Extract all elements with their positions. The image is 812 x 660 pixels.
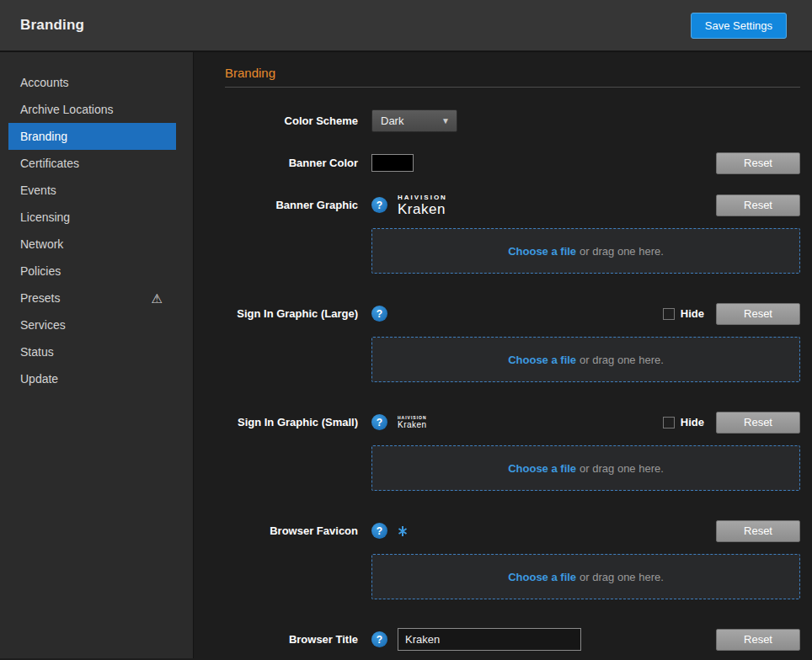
sidebar-item-status[interactable]: Status [8,338,176,365]
favicon-icon [398,525,408,537]
help-icon[interactable]: ? [371,523,387,539]
section-divider [225,87,800,88]
sign-in-large-row: Sign In Graphic (Large) ? Hide Reset Cho… [225,302,800,411]
sign-in-small-hide[interactable]: Hide [663,416,704,428]
banner-graphic-reset-button[interactable]: Reset [716,194,800,216]
choose-file-link[interactable]: Choose a file [508,571,576,583]
banner-graphic-preview: HAIVISION Kraken [398,194,447,216]
help-icon[interactable]: ? [371,197,387,213]
choose-file-link[interactable]: Choose a file [508,462,576,475]
help-icon[interactable]: ? [371,306,387,322]
hide-checkbox[interactable] [663,417,675,428]
sidebar-item-licensing[interactable]: Licensing [8,204,176,231]
sign-in-large-dropzone[interactable]: Choose a file or drag one here. [371,337,800,382]
help-icon[interactable]: ? [371,631,387,647]
sidebar-item-services[interactable]: Services [8,311,176,338]
color-scheme-value: Dark [381,114,403,127]
browser-title-input[interactable] [398,628,581,651]
sign-in-small-reset-button[interactable]: Reset [716,412,800,434]
color-scheme-select[interactable]: Dark ▼ [371,109,457,132]
sidebar-item-events[interactable]: Events [8,177,176,204]
sign-in-small-dropzone[interactable]: Choose a file or drag one here. [371,445,800,491]
sidebar-item-presets[interactable]: Presets ⚠ [8,285,176,311]
choose-file-link[interactable]: Choose a file [508,245,576,258]
sign-in-small-label: Sign In Graphic (Small) [225,411,371,519]
drag-hint-text: or drag one here. [580,462,664,475]
sign-in-small-preview: HAIVISION Kraken [398,416,427,429]
browser-title-label: Browser Title [225,628,371,651]
page-title: Branding [20,17,84,34]
browser-title-row: Browser Title ? Reset [225,628,800,651]
help-icon[interactable]: ? [371,414,387,430]
choose-file-link[interactable]: Choose a file [508,354,576,366]
sidebar-item-accounts[interactable]: Accounts [8,69,176,96]
browser-favicon-label: Browser Favicon [225,519,371,628]
brand-logo-text: HAIVISION [398,416,427,420]
banner-graphic-label: Banner Graphic [225,194,371,302]
banner-color-swatch[interactable] [371,154,414,172]
sign-in-large-label: Sign In Graphic (Large) [225,302,371,411]
settings-sidebar: Accounts Archive Locations Branding Cert… [0,52,194,658]
sidebar-item-network[interactable]: Network [8,231,176,258]
product-logo-text: Kraken [398,202,447,216]
save-settings-button[interactable]: Save Settings [691,13,787,39]
sidebar-item-update[interactable]: Update [8,365,176,392]
browser-favicon-reset-button[interactable]: Reset [716,520,800,542]
product-logo-text: Kraken [398,421,427,429]
branding-panel: Branding Color Scheme Dark ▼ Banner Colo… [194,52,812,658]
hide-label: Hide [681,416,704,428]
browser-favicon-row: Browser Favicon ? Reset Choose a file or… [225,519,800,628]
sign-in-small-row: Sign In Graphic (Small) ? HAIVISION Krak… [225,411,800,519]
banner-color-reset-button[interactable]: Reset [716,152,800,174]
drag-hint-text: or drag one here. [580,571,664,583]
section-title: Branding [225,66,800,80]
warning-icon: ⚠ [152,292,163,305]
brand-logo-text: HAIVISION [398,194,447,201]
sign-in-large-reset-button[interactable]: Reset [716,303,800,325]
banner-graphic-dropzone[interactable]: Choose a file or drag one here. [371,228,800,274]
banner-graphic-row: Banner Graphic ? HAIVISION Kraken Reset … [225,194,800,302]
sidebar-item-certificates[interactable]: Certificates [8,150,176,177]
chevron-down-icon: ▼ [441,116,450,125]
browser-title-reset-button[interactable]: Reset [716,629,800,651]
hide-label: Hide [681,307,704,320]
drag-hint-text: or drag one here. [580,245,664,258]
banner-color-row: Banner Color Reset [225,152,800,174]
color-scheme-label: Color Scheme [225,109,371,132]
banner-color-label: Banner Color [225,152,371,174]
sidebar-item-policies[interactable]: Policies [8,258,176,285]
sidebar-item-archive-locations[interactable]: Archive Locations [8,96,176,123]
hide-checkbox[interactable] [663,308,675,320]
sidebar-item-branding[interactable]: Branding [8,123,176,150]
color-scheme-row: Color Scheme Dark ▼ [225,109,800,132]
sign-in-large-hide[interactable]: Hide [663,307,704,320]
browser-favicon-dropzone[interactable]: Choose a file or drag one here. [371,554,800,599]
page-header: Branding Save Settings [0,0,812,52]
drag-hint-text: or drag one here. [580,354,664,366]
